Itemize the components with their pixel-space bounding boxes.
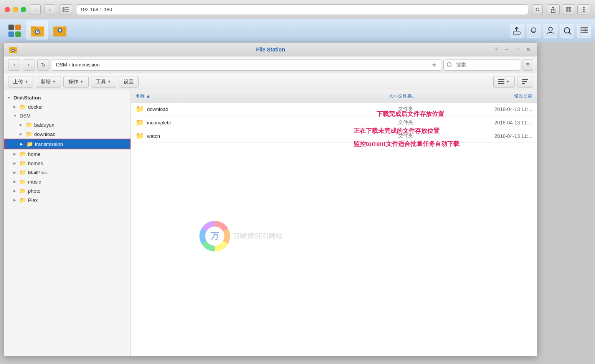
fs-main-content: ▼ DiskStation ▶ 📁 docker ▼ DSM ▶ 📁 baidu…: [4, 90, 537, 356]
fs-options-button[interactable]: ≡: [522, 59, 533, 71]
folder-icon-incomplete: 📁: [136, 118, 144, 127]
resize-button[interactable]: [562, 4, 575, 15]
list-view-arrow-icon: ▼: [506, 79, 510, 84]
sidebar-home-label: home: [28, 151, 41, 157]
filelist-header: 名称 ▲ 大小 文件类... 修改日期: [131, 90, 537, 103]
browser-chrome: ‹ › 192.168.1.180 ↻: [0, 0, 595, 19]
dsm-expand-icon: ▼: [13, 114, 18, 118]
svg-rect-22: [513, 32, 520, 34]
user-button[interactable]: [544, 24, 557, 38]
fs-filelist: 名称 ▲ 大小 文件类... 修改日期 📁 download 文件夹 2018-…: [131, 90, 537, 356]
path-text: DSM › transmission: [56, 62, 99, 68]
svg-rect-0: [63, 7, 64, 12]
sidebar-dsm-label: DSM: [20, 113, 31, 119]
browser-forward-button[interactable]: ›: [45, 4, 55, 15]
sidebar-item-transmission[interactable]: ▶ 📁 transmission: [4, 139, 131, 149]
baiduyun-folder-icon: 📁: [26, 122, 32, 128]
homes-expand-icon: ▶: [13, 161, 18, 165]
svg-rect-15: [31, 26, 36, 28]
sidebar-item-music[interactable]: ▶ 📁 music: [4, 177, 131, 186]
taskbar-app-other[interactable]: [49, 21, 70, 40]
svg-point-9: [583, 11, 585, 12]
fs-path-bar[interactable]: DSM › transmission ★: [52, 59, 441, 71]
sidebar-item-download[interactable]: ▶ 📁 download: [4, 129, 131, 139]
settings-action-button[interactable]: 设置: [119, 76, 139, 88]
taskbar-app-filestation[interactable]: [26, 21, 48, 40]
browser-back-button[interactable]: ‹: [30, 4, 41, 15]
sidebar-item-docker[interactable]: ▶ 📁 docker: [4, 102, 131, 111]
sidebar-transmission-label: transmission: [35, 141, 63, 147]
plex-folder-icon: 📁: [20, 197, 26, 203]
column-header-type[interactable]: 文件类...: [398, 93, 456, 99]
svg-point-27: [564, 28, 570, 33]
sidebar-download-label: download: [34, 131, 56, 137]
fs-close-button[interactable]: ✕: [524, 45, 532, 54]
svg-rect-42: [522, 83, 525, 84]
sidebar-diskstation-label: DiskStation: [13, 95, 41, 101]
sidebar-toggle-button[interactable]: [59, 4, 72, 15]
tools-action-button[interactable]: 工具 ▼: [91, 76, 116, 88]
watermark-text: 万晓博SEO网站: [233, 232, 282, 241]
fs-maximize-button[interactable]: □: [513, 45, 522, 54]
upload-arrow-icon: ▼: [25, 79, 28, 84]
sidebar-item-plex[interactable]: ▶ 📁 Plex: [4, 195, 131, 205]
sidebar-item-mailplus[interactable]: ▶ 📁 MailPlus: [4, 168, 131, 177]
sidebar-music-label: music: [28, 179, 41, 185]
menu-button[interactable]: [577, 4, 590, 15]
svg-point-35: [447, 63, 451, 66]
fs-back-button[interactable]: ‹: [8, 59, 20, 71]
new-action-button[interactable]: 新增 ▼: [36, 76, 61, 88]
taskbar-app-mainmenu[interactable]: [4, 21, 25, 40]
column-header-name[interactable]: 名称 ▲: [136, 93, 360, 99]
sidebar-item-dsm[interactable]: ▼ DSM: [4, 111, 131, 120]
mailplus-expand-icon: ▶: [13, 170, 18, 174]
upload-button[interactable]: [510, 24, 524, 38]
share-button[interactable]: [547, 4, 560, 15]
address-text: 192.168.1.180: [80, 7, 112, 12]
svg-rect-41: [522, 81, 527, 82]
fullscreen-traffic-light[interactable]: [21, 7, 26, 12]
fs-search-bar[interactable]: ·: [443, 59, 520, 71]
svg-rect-37: [498, 79, 504, 80]
browser-refresh-button[interactable]: ↻: [532, 4, 543, 15]
svg-rect-13: [15, 31, 21, 37]
list-view-button[interactable]: ▼: [493, 76, 515, 88]
fs-minimize-button[interactable]: −: [502, 45, 511, 54]
minimize-traffic-light[interactable]: [13, 7, 18, 12]
file-date-incomplete: 2018-04-13 11:...: [456, 120, 532, 126]
fs-navigation-toolbar: ‹ › ↻ DSM › transmission ★ · ≡: [4, 56, 537, 73]
browser-address-bar[interactable]: 192.168.1.180: [76, 4, 528, 15]
fs-forward-button[interactable]: ›: [23, 59, 35, 71]
sidebar-photo-label: photo: [28, 188, 41, 194]
sidebar-item-photo[interactable]: ▶ 📁 photo: [4, 186, 131, 195]
fs-refresh-button[interactable]: ↻: [37, 59, 50, 71]
file-row-watch[interactable]: 📁 watch 文件夹 2018-04-13 11:...: [131, 129, 537, 143]
sidebar-item-home[interactable]: ▶ 📁 home: [4, 149, 131, 159]
action-action-button[interactable]: 操作 ▼: [63, 76, 89, 88]
sort-button[interactable]: [517, 76, 533, 88]
folder-icon-download: 📁: [136, 105, 144, 113]
svg-point-21: [59, 29, 61, 31]
file-name-incomplete: incomplete: [147, 120, 360, 126]
music-expand-icon: ▶: [13, 180, 18, 184]
file-row-incomplete[interactable]: 📁 incomplete 文件夹 2018-04-13 11:...: [131, 116, 537, 129]
column-header-size[interactable]: 大小: [360, 93, 398, 99]
column-header-date[interactable]: 修改日期: [456, 93, 532, 99]
svg-point-26: [549, 27, 552, 31]
sidebar-item-diskstation[interactable]: ▼ DiskStation: [4, 93, 131, 102]
close-traffic-light[interactable]: [5, 7, 10, 12]
sidebar-item-baiduyun[interactable]: ▶ 📁 baiduyun: [4, 120, 131, 129]
svg-rect-2: [65, 9, 69, 10]
file-row-download[interactable]: 📁 download 文件夹 2018-04-13 11:...: [131, 103, 537, 116]
sidebar-item-homes[interactable]: ▶ 📁 homes: [4, 159, 131, 168]
taskbar-right-buttons: [510, 24, 591, 38]
notification-button[interactable]: [527, 24, 540, 38]
taskbar-plus-button[interactable]: +: [580, 25, 591, 36]
fs-search-input[interactable]: [456, 62, 517, 68]
upload-action-button[interactable]: 上传 ▼: [8, 76, 33, 88]
search-button[interactable]: [560, 24, 574, 38]
svg-rect-38: [498, 81, 504, 82]
path-star-icon[interactable]: ★: [431, 61, 437, 68]
fs-help-button[interactable]: ?: [492, 45, 500, 54]
svg-rect-5: [566, 7, 571, 12]
